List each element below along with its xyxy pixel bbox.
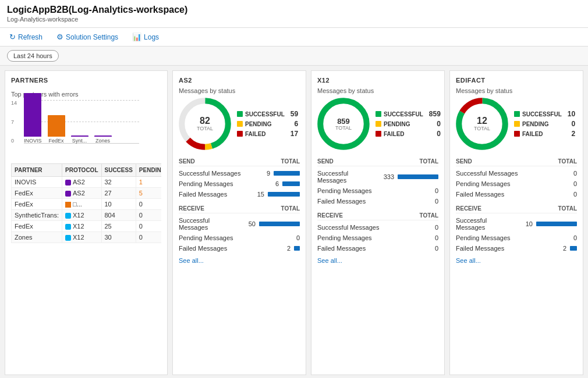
as2-receive-row-3: Failed Messages 2: [179, 243, 300, 254]
edifact-send-row-1: Successful Messages 0: [456, 168, 577, 179]
legend-item-pending: PENDING 0: [514, 120, 575, 128]
edifact-donut-subtitle: Messages by status: [456, 87, 577, 94]
table-row: FedEx AS2 27 5 3: [12, 187, 162, 198]
partner-pending: 0: [136, 220, 161, 231]
y-label-14: 14: [11, 100, 17, 106]
as2-donut-subtitle: Messages by status: [179, 87, 300, 94]
top-bar: LogicAppB2B(Log-Analytics-workspace) Log…: [0, 0, 588, 28]
logs-button[interactable]: 📊 Logs: [130, 31, 161, 42]
as2-send-row-3: Failed Messages 15: [179, 189, 300, 199]
x12-receive-row-1: Successful Messages 0: [317, 222, 438, 233]
partners-title: PARTNERS: [11, 77, 161, 84]
x12-send-row-1: Successful Messages 333: [317, 168, 438, 186]
app-title: LogicAppB2B(Log-Analytics-workspace): [7, 5, 581, 15]
edifact-receive-section: RECEIVE TOTAL Successful Messages 10 Pen…: [456, 203, 577, 254]
partner-name: FedEx: [12, 198, 62, 209]
x12-send-total-label: TOTAL: [420, 158, 438, 165]
legend-value-failed: 2: [568, 130, 575, 138]
partner-pending: 0: [136, 209, 161, 220]
x12-send-section: SEND TOTAL Successful Messages 333 Pendi…: [317, 156, 438, 206]
y-label-0: 0: [11, 138, 17, 144]
partner-table: PARTNER PROTOCOL SUCCESS PENDING FAI...↓…: [11, 163, 161, 243]
as2-receive-section: RECEIVE TOTAL Successful Messages 50 Pen…: [179, 203, 300, 254]
edifact-total-label: TOTAL: [474, 126, 490, 131]
legend-label: FAILED: [384, 131, 405, 137]
x12-see-all[interactable]: See all...: [317, 257, 438, 264]
legend-label: FAILED: [245, 131, 266, 137]
partner-name: INOVIS: [12, 176, 62, 187]
edifact-messages-status: 12 TOTAL SUCCESSFUL 10 PENDING 0 FAILED: [456, 98, 577, 150]
x12-send-row-3: Failed Messages 0: [317, 196, 438, 206]
x12-total-label: TOTAL: [335, 125, 352, 131]
partner-success: 32: [101, 176, 136, 187]
x12-send-title: SEND: [317, 158, 334, 165]
edifact-send-total-label: TOTAL: [558, 158, 577, 165]
as2-send-total-label: TOTAL: [281, 158, 300, 165]
edifact-total-number: 12: [474, 116, 490, 126]
legend-item-failed: FAILED 2: [514, 130, 575, 138]
x12-receive-title: RECEIVE: [317, 212, 343, 219]
partner-name: FedEx: [12, 187, 62, 198]
edifact-title: EDIFACT: [456, 77, 577, 84]
partner-name: FedEx: [12, 220, 62, 231]
refresh-button[interactable]: ↻ Refresh: [7, 31, 45, 42]
legend-label: FAILED: [522, 131, 543, 137]
partner-protocol: X12: [62, 209, 101, 220]
legend-value-successful: 59: [287, 110, 298, 118]
solution-settings-button[interactable]: ⚙ Solution Settings: [54, 31, 121, 42]
edifact-receive-row-2: Pending Messages 0: [456, 233, 577, 243]
as2-total-label: TOTAL: [197, 126, 213, 131]
x12-total-number: 859: [335, 117, 352, 125]
legend-value-successful: 10: [564, 110, 575, 118]
partner-pending: 1: [136, 176, 161, 187]
legend-value-pending: 0: [568, 120, 575, 128]
table-row: INOVIS AS2 32 1 14: [12, 176, 162, 187]
x12-panel: X12 Messages by status 859 TOTAL SUCCESS…: [311, 70, 445, 375]
legend-item-pending: PENDING 0: [376, 120, 441, 128]
legend-item-failed: FAILED 17: [237, 130, 298, 138]
time-range-pill[interactable]: Last 24 hours: [7, 50, 59, 62]
main-content: PARTNERS Top partners with errors 14 7 0: [0, 66, 588, 378]
as2-send-section: SEND TOTAL Successful Messages 9 Pending…: [179, 156, 300, 199]
y-label-7: 7: [11, 119, 17, 125]
legend-value-successful: 859: [426, 110, 441, 118]
legend-item-successful: SUCCESSFUL 59: [237, 110, 298, 118]
as2-total-number: 82: [197, 116, 213, 126]
as2-receive-row-2: Pending Messages 0: [179, 233, 300, 243]
toolbar: ↻ Refresh ⚙ Solution Settings 📊 Logs: [0, 28, 588, 47]
partner-pending: 0: [136, 231, 161, 243]
bar-inovis: INOVIS: [24, 93, 42, 144]
edifact-receive-row-3: Failed Messages 2: [456, 243, 577, 254]
x12-messages-status: 859 TOTAL SUCCESSFUL 859 PENDING 0 FAIL: [317, 98, 438, 150]
x12-legend: SUCCESSFUL 859 PENDING 0 FAILED 0: [376, 110, 441, 138]
bar-synt: Synt...: [71, 135, 88, 144]
gear-icon: ⚙: [56, 33, 63, 41]
edifact-send-row-3: Failed Messages 0: [456, 189, 577, 199]
legend-item-successful: SUCCESSFUL 10: [514, 110, 575, 118]
as2-see-all[interactable]: See all...: [179, 257, 300, 264]
partner-success: 30: [101, 231, 136, 243]
edifact-send-row-2: Pending Messages 0: [456, 179, 577, 189]
partner-protocol: □...: [62, 198, 101, 209]
partner-name: SyntheticTrans:: [12, 209, 62, 220]
filter-bar: Last 24 hours: [0, 47, 588, 66]
edifact-send-title: SEND: [456, 158, 472, 165]
edifact-send-section: SEND TOTAL Successful Messages 0 Pending…: [456, 156, 577, 199]
x12-send-row-2: Pending Messages 0: [317, 186, 438, 196]
edifact-see-all[interactable]: See all...: [456, 257, 577, 264]
legend-label: SUCCESSFUL: [522, 111, 562, 117]
table-row: SyntheticTrans: X12 804 0 0: [12, 209, 162, 220]
as2-panel: AS2 Messages by status 82 TOTAL: [172, 70, 306, 375]
partner-pending: 5: [136, 187, 161, 198]
as2-donut: 82 TOTAL: [179, 98, 231, 150]
legend-item-failed: FAILED 0: [376, 130, 441, 138]
bar-zones: Zones: [94, 135, 112, 144]
partners-panel: PARTNERS Top partners with errors 14 7 0: [5, 70, 168, 375]
as2-receive-total-label: TOTAL: [281, 205, 300, 212]
legend-value-failed: 17: [287, 130, 298, 138]
edifact-receive-total-label: TOTAL: [558, 205, 577, 212]
as2-send-row-2: Pending Messages 6: [179, 179, 300, 189]
partner-protocol: AS2: [62, 176, 101, 187]
x12-donut-subtitle: Messages by status: [317, 87, 438, 94]
x12-title: X12: [317, 77, 438, 84]
